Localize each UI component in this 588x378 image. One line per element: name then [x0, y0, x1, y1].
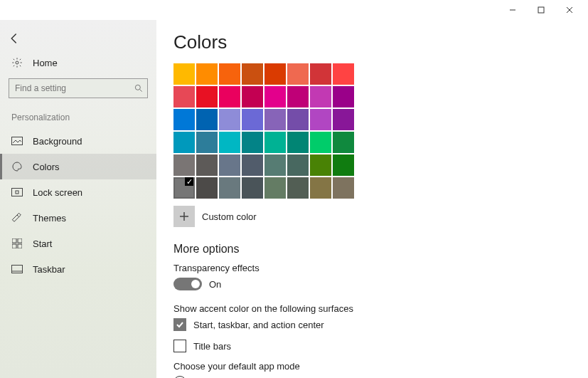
- sidebar-item-colors[interactable]: Colors: [0, 154, 156, 179]
- sidebar-item-home[interactable]: Home: [0, 51, 156, 74]
- content-area: Colors Custom color More options Transpa…: [156, 20, 588, 378]
- color-swatch-grid: [173, 63, 571, 199]
- gear-icon: [11, 57, 23, 68]
- color-swatch[interactable]: [333, 109, 354, 130]
- color-swatch[interactable]: [219, 132, 240, 153]
- sidebar: Home Personalization Background Colors L…: [0, 20, 156, 378]
- color-swatch[interactable]: [287, 154, 309, 176]
- color-swatch[interactable]: [196, 132, 218, 153]
- custom-color-button[interactable]: [173, 206, 195, 227]
- color-swatch[interactable]: [242, 177, 263, 199]
- minimize-button[interactable]: [498, 0, 527, 20]
- color-swatch[interactable]: [287, 109, 309, 130]
- color-swatch[interactable]: [287, 63, 309, 85]
- svg-point-5: [135, 85, 140, 90]
- nav-label: Start: [33, 238, 52, 249]
- color-swatch[interactable]: [264, 63, 286, 85]
- svg-line-6: [140, 90, 142, 92]
- color-swatch[interactable]: [242, 63, 263, 85]
- color-swatch[interactable]: [287, 86, 309, 107]
- color-swatch[interactable]: [196, 86, 218, 107]
- color-swatch[interactable]: [173, 86, 195, 107]
- color-swatch[interactable]: [242, 86, 263, 107]
- color-swatch[interactable]: [310, 132, 331, 153]
- sidebar-item-background[interactable]: Background: [0, 128, 156, 154]
- color-swatch[interactable]: [333, 154, 354, 176]
- close-button[interactable]: [555, 0, 584, 20]
- color-swatch[interactable]: [173, 63, 195, 85]
- default-app-mode-label: Choose your default app mode: [173, 361, 571, 372]
- search-field[interactable]: [9, 78, 148, 98]
- color-swatch[interactable]: [173, 177, 195, 199]
- color-swatch[interactable]: [196, 63, 218, 85]
- home-label: Home: [33, 58, 58, 68]
- svg-rect-12: [12, 244, 16, 248]
- search-input[interactable]: [9, 78, 148, 98]
- more-options-heading: More options: [173, 243, 571, 256]
- color-swatch[interactable]: [219, 154, 240, 176]
- color-swatch[interactable]: [196, 154, 218, 176]
- color-swatch[interactable]: [196, 109, 218, 130]
- svg-rect-10: [12, 238, 16, 243]
- color-swatch[interactable]: [242, 109, 263, 130]
- color-swatch[interactable]: [287, 132, 309, 153]
- color-swatch[interactable]: [333, 177, 354, 199]
- color-swatch[interactable]: [264, 177, 286, 199]
- sidebar-item-start[interactable]: Start: [0, 231, 156, 256]
- color-swatch[interactable]: [264, 132, 286, 153]
- transparency-value: On: [209, 279, 221, 290]
- sidebar-item-lockscreen[interactable]: Lock screen: [0, 179, 156, 205]
- color-swatch[interactable]: [264, 154, 286, 176]
- nav-label: Themes: [33, 213, 66, 224]
- palette-icon: [11, 161, 23, 172]
- color-swatch[interactable]: [219, 86, 240, 107]
- search-icon: [134, 83, 144, 93]
- color-swatch[interactable]: [242, 132, 263, 153]
- color-swatch[interactable]: [310, 177, 331, 199]
- svg-point-4: [16, 61, 18, 64]
- picture-icon: [11, 135, 23, 147]
- checkbox-label: Start, taskbar, and action center: [193, 320, 324, 330]
- checkbox-start-taskbar[interactable]: Start, taskbar, and action center: [173, 318, 571, 331]
- page-title: Colors: [173, 31, 571, 53]
- maximize-button[interactable]: [527, 0, 555, 20]
- color-swatch[interactable]: [219, 177, 240, 199]
- color-swatch[interactable]: [310, 63, 331, 85]
- nav-label: Colors: [33, 162, 60, 172]
- color-swatch[interactable]: [333, 86, 354, 107]
- color-swatch[interactable]: [173, 132, 195, 153]
- lockscreen-icon: [11, 187, 23, 198]
- svg-rect-8: [12, 189, 23, 196]
- color-swatch[interactable]: [219, 109, 240, 130]
- color-swatch[interactable]: [196, 177, 218, 199]
- color-swatch[interactable]: [310, 109, 331, 130]
- accent-surfaces-label: Show accent color on the following surfa…: [173, 303, 571, 314]
- svg-rect-9: [16, 191, 18, 194]
- color-swatch[interactable]: [333, 132, 354, 153]
- sidebar-item-themes[interactable]: Themes: [0, 205, 156, 231]
- svg-rect-11: [18, 238, 22, 243]
- color-swatch[interactable]: [287, 177, 309, 199]
- transparency-label: Transparency effects: [173, 263, 571, 273]
- color-swatch[interactable]: [173, 154, 195, 176]
- color-swatch[interactable]: [333, 63, 354, 85]
- transparency-toggle[interactable]: [173, 278, 202, 290]
- color-swatch[interactable]: [242, 154, 263, 176]
- color-swatch[interactable]: [173, 109, 195, 130]
- svg-rect-14: [12, 266, 23, 273]
- color-swatch[interactable]: [264, 109, 286, 130]
- back-button[interactable]: [0, 26, 28, 51]
- window-titlebar: [0, 0, 588, 20]
- start-icon: [11, 238, 23, 249]
- color-swatch[interactable]: [310, 154, 331, 176]
- color-swatch[interactable]: [219, 63, 240, 85]
- color-swatch[interactable]: [310, 86, 331, 107]
- checkbox-icon: [173, 340, 186, 352]
- color-swatch[interactable]: [264, 86, 286, 107]
- svg-rect-1: [538, 7, 544, 13]
- nav-label: Taskbar: [33, 264, 65, 275]
- nav-label: Lock screen: [33, 187, 82, 198]
- sidebar-item-taskbar[interactable]: Taskbar: [0, 256, 156, 282]
- checkbox-titlebars[interactable]: Title bars: [173, 340, 571, 352]
- taskbar-icon: [11, 263, 23, 275]
